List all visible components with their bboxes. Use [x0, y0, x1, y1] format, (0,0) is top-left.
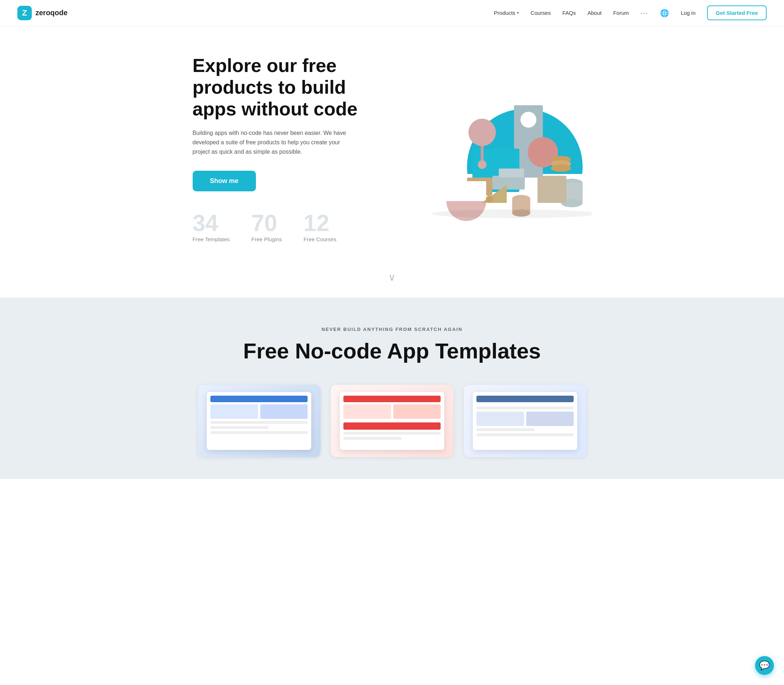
stat-courses: 12 Free Courses: [304, 211, 337, 242]
nav-links: Products ▾ Courses FAQs About Forum ··· …: [494, 5, 767, 20]
mock-ui-3: [473, 392, 577, 450]
stat-courses-number: 12: [304, 211, 337, 235]
templates-section: NEVER BUILD ANYTHING FROM SCRATCH AGAIN …: [0, 298, 784, 479]
svg-rect-23: [446, 181, 486, 201]
hero-illustration: [400, 73, 592, 225]
svg-point-25: [486, 196, 493, 203]
login-link[interactable]: Log in: [680, 10, 695, 16]
more-options-icon[interactable]: ···: [640, 9, 649, 17]
svg-point-7: [478, 160, 486, 169]
logo-icon: Z: [17, 6, 32, 20]
svg-rect-9: [492, 176, 525, 190]
hero-illustration-svg: [400, 73, 592, 225]
svg-rect-10: [499, 169, 524, 177]
template-cards-row: [193, 385, 591, 457]
hero-title: Explore our free products to build apps …: [193, 55, 384, 120]
stat-templates-number: 34: [193, 211, 230, 235]
template-card-2[interactable]: [331, 385, 454, 457]
mock-ui-1: [207, 392, 311, 450]
nav-faqs[interactable]: FAQs: [562, 10, 576, 16]
mock-ui-2: [340, 392, 444, 450]
svg-point-3: [520, 112, 536, 128]
chevron-down-icon: ∨: [388, 271, 396, 283]
nav-about[interactable]: About: [587, 10, 601, 16]
section-title: Free No-code App Templates: [17, 339, 767, 363]
hero-section: Explore our free products to build apps …: [175, 26, 609, 264]
section-subtitle: NEVER BUILD ANYTHING FROM SCRATCH AGAIN: [17, 326, 767, 332]
template-card-3[interactable]: [464, 385, 586, 457]
stat-templates: 34 Free Templates: [193, 211, 230, 242]
navbar: Z zeroqode Products ▾ Courses FAQs About…: [0, 0, 784, 26]
nav-forum[interactable]: Forum: [613, 10, 628, 16]
card-image-3: [464, 385, 586, 457]
show-me-button[interactable]: Show me: [193, 171, 256, 192]
hero-content: Explore our free products to build apps …: [193, 55, 384, 242]
get-started-button[interactable]: Get Started Free: [707, 5, 767, 20]
logo-link[interactable]: Z zeroqode: [17, 6, 68, 20]
logo-text: zeroqode: [36, 9, 68, 17]
stats-row: 34 Free Templates 70 Free Plugins 12 Fre…: [193, 211, 384, 242]
globe-icon[interactable]: 🌐: [660, 9, 669, 17]
card-image-1: [198, 385, 321, 457]
nav-products[interactable]: Products ▾: [494, 10, 519, 16]
stat-plugins: 70 Free Plugins: [251, 211, 282, 242]
nav-courses[interactable]: Courses: [531, 10, 551, 16]
svg-point-14: [551, 164, 571, 172]
chevron-down-icon: ▾: [517, 10, 519, 15]
stat-plugins-number: 70: [251, 211, 282, 235]
svg-rect-18: [538, 176, 566, 203]
stat-courses-label: Free Courses: [304, 236, 337, 242]
svg-point-26: [431, 209, 592, 218]
stat-plugins-label: Free Plugins: [251, 236, 282, 242]
template-card-1[interactable]: [198, 385, 321, 457]
card-image-2: [331, 385, 454, 457]
scroll-down-indicator[interactable]: ∨: [0, 264, 784, 298]
hero-subtitle: Building apps with no-code has never bee…: [193, 128, 352, 156]
stat-templates-label: Free Templates: [193, 236, 230, 242]
svg-point-6: [468, 118, 496, 146]
